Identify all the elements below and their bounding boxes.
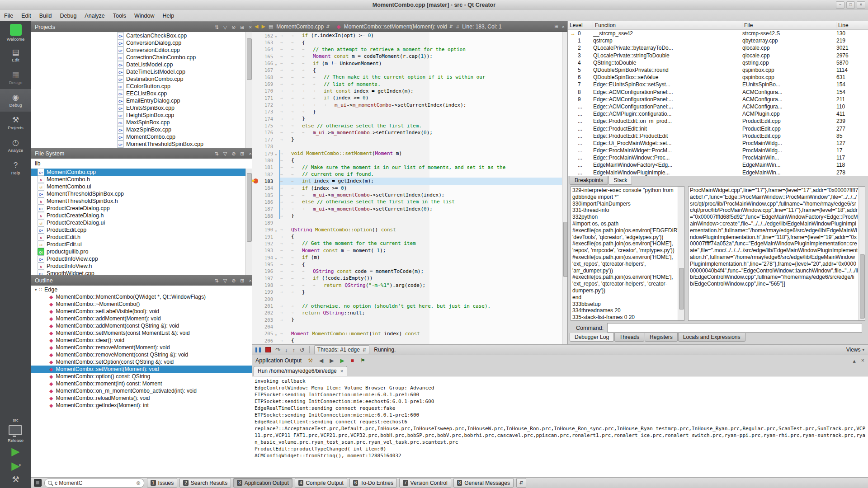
prev-item-icon[interactable]: ◀ xyxy=(319,357,323,364)
breakpoint-gutter[interactable] xyxy=(252,60,259,66)
code-line[interactable]: 178 ▾ xyxy=(252,143,562,150)
menu-item[interactable]: File xyxy=(0,10,17,21)
code-line[interactable]: 188 ▾ →} xyxy=(252,212,562,219)
filesystem-file-item[interactable]: ui ProductEdit.ui xyxy=(31,241,252,248)
stack-frame-row[interactable]: → 6 QDoubleSpinBox::setValue qspinbox.cp… xyxy=(568,74,868,81)
code-line[interactable]: 204 ▾ xyxy=(252,323,562,330)
breakpoint-gutter[interactable] xyxy=(252,289,259,296)
outline-item[interactable]: ◆ MomentCombo::reloadMoments(): void xyxy=(31,394,252,402)
maximize-button[interactable]: □ xyxy=(846,1,855,9)
breakpoint-gutter[interactable] xyxy=(252,150,259,157)
breakpoint-gutter[interactable] xyxy=(252,32,259,39)
project-file-item[interactable]: C+ EmailEntryDialog.cpp xyxy=(31,97,252,104)
close-icon[interactable]: × xyxy=(562,24,565,29)
expand-icon[interactable]: ▾ xyxy=(35,287,37,292)
column-function[interactable]: Function xyxy=(593,22,742,28)
step-over-icon[interactable]: ↷ xyxy=(275,347,280,353)
stack-frame-row[interactable]: → ... Edge::ACMPlugin::configuratio... A… xyxy=(568,110,868,117)
menu-item[interactable]: Tools xyxy=(109,10,130,21)
menu-item[interactable]: Edit xyxy=(17,10,35,21)
split-icon[interactable]: ⊞ xyxy=(240,278,244,284)
breakpoint-gutter[interactable] xyxy=(252,185,259,192)
stack-frame-row[interactable]: → ... Edge::ProcMainWindow::Proc... Proc… xyxy=(568,154,868,161)
stack-frame-row[interactable]: → ... Edge::ProcMainWidget::ProcM... Pro… xyxy=(568,147,868,154)
stack-frame-row[interactable]: → ... Edge::Ui_ProcMainWidget::set... Pr… xyxy=(568,140,868,147)
sync-icon[interactable]: ⊘ xyxy=(231,151,236,157)
code-line[interactable]: 192 ▾ →→// Get the moment for the curren… xyxy=(252,240,562,247)
sync-icon[interactable]: ⊘ xyxy=(231,24,236,30)
mode-button[interactable]: Welcome xyxy=(0,21,31,44)
project-file-item[interactable]: C+ CorrectionChainCombo.cpp xyxy=(31,54,252,61)
scrollbar-thumb[interactable] xyxy=(860,254,865,319)
filesystem-file-item[interactable]: Qt productguilib.pro xyxy=(31,248,252,255)
code-line[interactable]: 165 ▾ →→→Moment const m = codeToMoment(r… xyxy=(252,53,562,60)
breakpoint-gutter[interactable] xyxy=(252,53,259,60)
code-line[interactable]: 173 ▾ →→→} xyxy=(252,108,562,115)
breakpoint-gutter[interactable] xyxy=(252,171,259,178)
clear-icon[interactable]: ⊗ xyxy=(136,480,141,486)
step-into-icon[interactable]: ↓ xyxy=(285,347,288,353)
code-line[interactable]: 197 ▾ →→→if (!code.isEmpty()) xyxy=(252,275,562,282)
breakpoint-gutter[interactable] xyxy=(252,74,259,80)
filter-icon[interactable]: ▽ xyxy=(223,151,227,157)
breakpoint-gutter[interactable] xyxy=(252,282,259,288)
tab-locals-expressions[interactable]: Locals and Expressions xyxy=(678,333,745,342)
stack-frame-row[interactable]: → ... Edge::ACMConfigurationPanel:... AC… xyxy=(568,103,868,110)
code-line[interactable]: 177 ▾ →} xyxy=(252,136,562,143)
mode-button[interactable]: ⚒ Projects xyxy=(0,112,31,134)
breakpoint-gutter[interactable] xyxy=(252,254,259,261)
code-line[interactable]: 172 ▾ →→→→→m_ui->m_momentCombo->setCurre… xyxy=(252,101,562,108)
outline-item[interactable]: ◆ MomentCombo::on_m_momentCombo_activate… xyxy=(31,387,252,394)
stack-frame-row[interactable]: → ... Edge::ProductEdit::on_m_prod... Pr… xyxy=(568,117,868,125)
outline-item[interactable]: ◆ MomentCombo::~MomentCombo() xyxy=(31,300,252,308)
column-file[interactable]: File xyxy=(742,22,836,28)
tab-breakpoints[interactable]: Breakpoints xyxy=(570,176,608,185)
code-line[interactable]: 183 ▾ →→int index = getIndex(m); xyxy=(252,178,562,184)
filesystem-file-item[interactable]: h ProductCreateDialog.h xyxy=(31,212,252,219)
menu-item[interactable]: Debug xyxy=(56,10,81,21)
code-line[interactable]: 190 ▾ →QString MomentCombo::option() con… xyxy=(252,226,562,233)
forward-icon[interactable]: ▶ xyxy=(261,23,265,29)
breakpoint-gutter[interactable] xyxy=(252,94,259,101)
breakpoint-gutter[interactable] xyxy=(252,247,259,254)
code-line[interactable]: 189 ▾ xyxy=(252,219,562,226)
breakpoint-gutter[interactable] xyxy=(252,136,259,143)
code-line[interactable]: 169 ▾ →→→→// list of moments. xyxy=(252,80,562,87)
mode-button[interactable]: ▦ Design xyxy=(0,66,31,89)
code-line[interactable]: 180 ▾ →{ xyxy=(252,157,562,164)
breakpoint-gutter[interactable] xyxy=(252,261,259,267)
filesystem-file-item[interactable]: C+ MomentCombo.cpp xyxy=(31,169,252,176)
settings-wrench-icon[interactable]: ⚒ xyxy=(308,357,313,364)
output-pane-button[interactable]: 7 Version Control xyxy=(399,478,451,488)
debugger-log-input[interactable]: 329-interpreter-exec console "python fro… xyxy=(571,186,684,321)
filter-icon[interactable]: ▽ xyxy=(223,24,227,30)
breakpoint-gutter[interactable] xyxy=(252,310,259,316)
next-item-icon[interactable]: ▶ xyxy=(330,357,334,364)
mode-button[interactable]: ◉ Debug xyxy=(0,89,31,112)
build-button[interactable]: ⚒ xyxy=(12,474,19,484)
run-button[interactable]: ▶ xyxy=(11,446,19,457)
code-line[interactable]: 168 ▾ →→→→// Then make it the current op… xyxy=(252,74,562,80)
column-level[interactable]: Level xyxy=(568,22,593,28)
stack-frame-row[interactable]: → 0 __strcmp_sse42 strcmp-sse42.S 130 xyxy=(568,30,868,37)
code-line[interactable]: 203 ▾ →} xyxy=(252,316,562,323)
outline-item[interactable]: ◆ MomentCombo::addMoment(Moment): void xyxy=(31,315,252,322)
mode-button[interactable]: ◷ Analyze xyxy=(0,134,31,157)
output-pane-button[interactable]: 8 General Messages xyxy=(453,478,514,488)
outline-item[interactable]: ◆ MomentCombo::option() const: QString xyxy=(31,373,252,380)
tab-registers[interactable]: Registers xyxy=(645,333,678,342)
outline-item[interactable]: ◆ MomentCombo::setOption(const QString &… xyxy=(31,358,252,366)
stack-frame-row[interactable]: → ... Edge::ProductEdit::ProductEdit Pro… xyxy=(568,132,868,140)
outline-item[interactable]: ◆ MomentCombo::clear(): void xyxy=(31,337,252,344)
pause-icon[interactable] xyxy=(255,347,261,352)
project-file-item[interactable]: C+ EECListBox.cpp xyxy=(31,90,252,97)
breakpoint-gutter[interactable] xyxy=(252,212,259,219)
outline-item[interactable]: ◆ MomentCombo::moment(int) const: Moment xyxy=(31,380,252,387)
breakpoint-gutter[interactable] xyxy=(252,296,259,302)
breakpoint-gutter[interactable] xyxy=(252,101,259,108)
breakpoint-gutter[interactable] xyxy=(252,115,259,122)
line-number-icon[interactable]: # xyxy=(456,24,459,29)
breakpoint-gutter[interactable] xyxy=(252,46,259,53)
code-line[interactable]: 179 ▾ →void MomentCombo::setMoment(Momen… xyxy=(252,150,562,157)
breakpoint-gutter[interactable] xyxy=(252,268,259,275)
